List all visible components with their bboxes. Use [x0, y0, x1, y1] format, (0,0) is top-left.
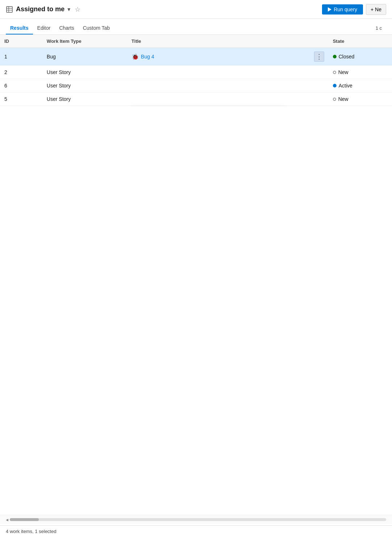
cell-title [127, 79, 329, 93]
table-row[interactable]: 6 User Story Active [0, 79, 392, 93]
cell-title: 🐞 Bug 4 ⋮ [127, 48, 329, 66]
scrollbar-track [10, 518, 386, 521]
run-query-label: Run query [334, 7, 357, 12]
cell-title [127, 66, 329, 79]
state-label: Active [339, 83, 352, 89]
play-icon [328, 7, 331, 12]
cell-id: 1 [0, 48, 42, 66]
page-title: Assigned to me [16, 5, 65, 13]
state-label: New [338, 69, 348, 75]
table-icon [6, 6, 13, 13]
cell-id: 6 [0, 79, 42, 93]
status-text: 4 work items, 1 selected [6, 529, 56, 534]
col-id: ID [0, 35, 42, 48]
state-dot-active [333, 84, 337, 87]
new-button[interactable]: + Ne [366, 4, 386, 15]
results-table: ID Work Item Type Title State 1 Bug 🐞 Bu… [0, 35, 392, 106]
svg-rect-0 [7, 7, 12, 12]
scroll-left-button[interactable]: ◂ [6, 517, 8, 522]
state-label: New [338, 96, 348, 102]
dropdown-icon[interactable]: ▾ [67, 6, 70, 13]
table-row[interactable]: 5 User Story New [0, 93, 392, 106]
cell-title [127, 93, 329, 106]
run-query-button[interactable]: Run query [322, 4, 363, 15]
tab-editor[interactable]: Editor [33, 21, 55, 34]
tab-results[interactable]: Results [6, 21, 33, 34]
state-dot-new [333, 71, 336, 74]
table-row[interactable]: 1 Bug 🐞 Bug 4 ⋮ Closed [0, 48, 392, 66]
results-table-container: ID Work Item Type Title State 1 Bug 🐞 Bu… [0, 35, 392, 106]
status-bar: 4 work items, 1 selected [0, 525, 392, 537]
cell-type: Bug [42, 48, 127, 66]
scrollbar-thumb[interactable] [10, 518, 39, 521]
tabs-bar: Results Editor Charts Custom Tab 1 c [0, 19, 392, 35]
tab-charts[interactable]: Charts [55, 21, 78, 34]
row-actions-button[interactable]: ⋮ [314, 52, 324, 62]
table-row[interactable]: 2 User Story New [0, 66, 392, 79]
table-header-row: ID Work Item Type Title State [0, 35, 392, 48]
bug-icon: 🐞 [132, 53, 139, 60]
col-state: State [329, 35, 392, 48]
state-label: Closed [339, 54, 355, 60]
star-icon[interactable]: ☆ [75, 5, 81, 13]
horizontal-scrollbar[interactable]: ◂ [0, 515, 392, 524]
tab-custom-tab[interactable]: Custom Tab [78, 21, 114, 34]
cell-id: 2 [0, 66, 42, 79]
col-work-item-type: Work Item Type [42, 35, 127, 48]
state-dot-new2 [333, 98, 336, 101]
cell-id: 5 [0, 93, 42, 106]
cell-type: User Story [42, 93, 127, 106]
cell-type: User Story [42, 79, 127, 93]
cell-state: Active [329, 79, 392, 93]
new-label: + Ne [371, 7, 381, 12]
cell-type: User Story [42, 66, 127, 79]
cell-state: New [329, 66, 392, 79]
state-dot-closed [333, 55, 337, 58]
cell-state: Closed [329, 48, 392, 66]
col-title: Title [127, 35, 329, 48]
cell-state: New [329, 93, 392, 106]
header: Assigned to me ▾ ☆ Run query + Ne [0, 0, 392, 19]
bug-title-link[interactable]: Bug 4 [141, 54, 154, 60]
tabs-right-count: 1 c [371, 22, 386, 34]
